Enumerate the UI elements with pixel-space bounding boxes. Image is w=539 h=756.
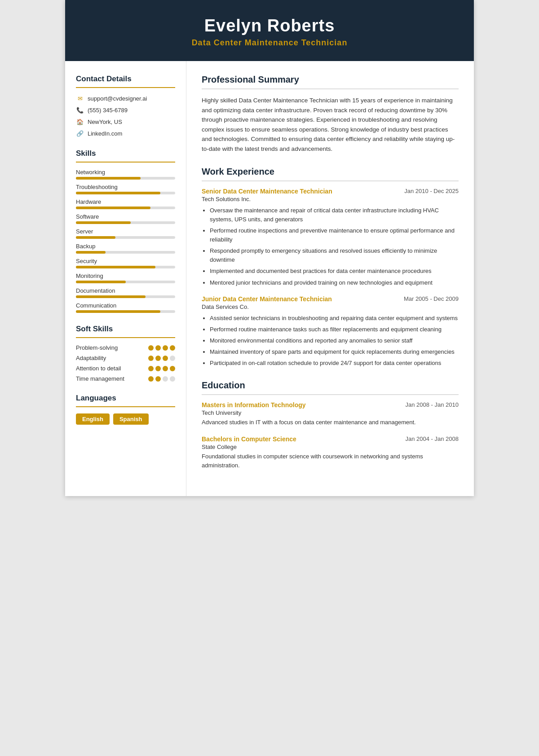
skill-bar-bg xyxy=(76,266,175,268)
soft-skills-section: Soft Skills Problem-solvingAdaptabilityA… xyxy=(76,325,175,382)
work-title: Work Experience xyxy=(202,167,459,177)
dot xyxy=(155,376,161,382)
language-tag: Spanish xyxy=(113,413,149,425)
soft-skill-name: Time management xyxy=(76,375,124,382)
skill-bar-bg xyxy=(76,295,175,298)
soft-skill-item: Problem-solving xyxy=(76,344,175,351)
header: Evelyn Roberts Data Center Maintenance T… xyxy=(65,0,474,61)
skill-bar-fill xyxy=(76,207,150,209)
soft-skill-name: Attention to detail xyxy=(76,365,121,372)
skill-name: Security xyxy=(76,258,175,264)
contact-section: Contact Details ✉ support@cvdesigner.ai … xyxy=(76,75,175,137)
dot xyxy=(170,345,175,351)
body: Contact Details ✉ support@cvdesigner.ai … xyxy=(65,61,474,496)
header-title: Data Center Maintenance Technician xyxy=(83,38,456,48)
language-tag: English xyxy=(76,413,110,425)
skill-item: Backup xyxy=(76,243,175,254)
skill-item: Server xyxy=(76,228,175,239)
header-name: Evelyn Roberts xyxy=(83,16,456,35)
resume: Evelyn Roberts Data Center Maintenance T… xyxy=(65,0,474,496)
skill-bar-bg xyxy=(76,281,175,283)
contact-linkedin: 🔗 LinkedIn.com xyxy=(76,129,175,137)
skills-section: Skills Networking Troubleshooting Hardwa… xyxy=(76,149,175,313)
email-text: support@cvdesigner.ai xyxy=(88,95,147,102)
location-text: NewYork, US xyxy=(88,119,122,125)
dot xyxy=(163,376,168,382)
skill-bar-bg xyxy=(76,177,175,180)
soft-skill-name: Adaptability xyxy=(76,355,106,361)
skill-name: Networking xyxy=(76,169,175,176)
edu-date: Jan 2008 - Jan 2010 xyxy=(405,401,459,408)
skill-name: Backup xyxy=(76,243,175,250)
contact-phone: 📞 (555) 345-6789 xyxy=(76,106,175,114)
job-entry: Junior Data Center Maintenance Technicia… xyxy=(202,295,459,368)
languages-divider xyxy=(76,406,175,407)
job-company: Data Services Co. xyxy=(202,303,459,310)
job-bullet: Responded promptly to emergency situatio… xyxy=(210,246,459,264)
soft-skills-divider xyxy=(76,337,175,338)
skill-name: Documentation xyxy=(76,287,175,294)
job-title: Senior Data Center Maintenance Technicia… xyxy=(202,188,332,195)
job-bullet: Participated in on-call rotation schedul… xyxy=(210,359,459,368)
education-list: Masters in Information Technology Jan 20… xyxy=(202,401,459,470)
dot xyxy=(163,366,168,371)
edu-desc: Foundational studies in computer science… xyxy=(202,452,459,470)
linkedin-text: LinkedIn.com xyxy=(88,130,122,137)
job-bullets: Assisted senior technicians in troublesh… xyxy=(202,314,459,368)
dot xyxy=(155,356,161,361)
skill-bar-bg xyxy=(76,236,175,239)
summary-title: Professional Summary xyxy=(202,75,459,85)
dot xyxy=(155,345,161,351)
soft-skills-list: Problem-solvingAdaptabilityAttention to … xyxy=(76,344,175,382)
education-entry: Masters in Information Technology Jan 20… xyxy=(202,401,459,427)
job-title: Junior Data Center Maintenance Technicia… xyxy=(202,295,332,303)
job-header: Junior Data Center Maintenance Technicia… xyxy=(202,295,459,303)
summary-section: Professional Summary Highly skilled Data… xyxy=(202,75,459,154)
job-bullet: Maintained inventory of spare parts and … xyxy=(210,347,459,356)
linkedin-icon: 🔗 xyxy=(76,129,84,137)
skill-item: Hardware xyxy=(76,198,175,209)
skill-bar-fill xyxy=(76,266,155,268)
job-bullet: Mentored junior technicians and provided… xyxy=(210,278,459,287)
job-header: Senior Data Center Maintenance Technicia… xyxy=(202,188,459,195)
location-icon: 🏠 xyxy=(76,118,84,126)
soft-skill-dots xyxy=(148,376,175,382)
skills-divider xyxy=(76,162,175,163)
skill-item: Documentation xyxy=(76,287,175,298)
skill-bar-bg xyxy=(76,221,175,224)
work-section: Work Experience Senior Data Center Maint… xyxy=(202,167,459,368)
skill-bar-fill xyxy=(76,295,146,298)
dot xyxy=(170,356,175,361)
dot xyxy=(170,376,175,382)
education-entry: Bachelors in Computer Science Jan 2004 -… xyxy=(202,435,459,470)
edu-header: Masters in Information Technology Jan 20… xyxy=(202,401,459,409)
skill-item: Security xyxy=(76,258,175,268)
soft-skill-item: Time management xyxy=(76,375,175,382)
skill-item: Networking xyxy=(76,169,175,180)
dot xyxy=(155,366,161,371)
phone-icon: 📞 xyxy=(76,106,84,114)
sidebar: Contact Details ✉ support@cvdesigner.ai … xyxy=(65,61,186,496)
contact-email: ✉ support@cvdesigner.ai xyxy=(76,94,175,102)
job-date: Mar 2005 - Dec 2009 xyxy=(404,295,459,302)
skill-name: Software xyxy=(76,213,175,220)
job-bullet: Monitored environmental conditions and r… xyxy=(210,336,459,345)
dot xyxy=(170,366,175,371)
dot xyxy=(148,366,154,371)
skill-name: Hardware xyxy=(76,198,175,205)
skill-bar-fill xyxy=(76,192,160,194)
skill-bar-fill xyxy=(76,310,160,313)
skill-name: Troubleshooting xyxy=(76,184,175,190)
summary-divider xyxy=(202,88,459,89)
skill-name: Communication xyxy=(76,302,175,309)
edu-school: State College xyxy=(202,444,459,450)
soft-skill-item: Adaptability xyxy=(76,355,175,361)
skill-item: Troubleshooting xyxy=(76,184,175,194)
skill-bar-bg xyxy=(76,251,175,254)
work-divider xyxy=(202,180,459,181)
skill-bar-bg xyxy=(76,310,175,313)
job-bullet: Performed routine inspections and preven… xyxy=(210,226,459,244)
main-content: Professional Summary Highly skilled Data… xyxy=(186,61,474,496)
dot xyxy=(148,345,154,351)
language-tags: EnglishSpanish xyxy=(76,413,175,425)
